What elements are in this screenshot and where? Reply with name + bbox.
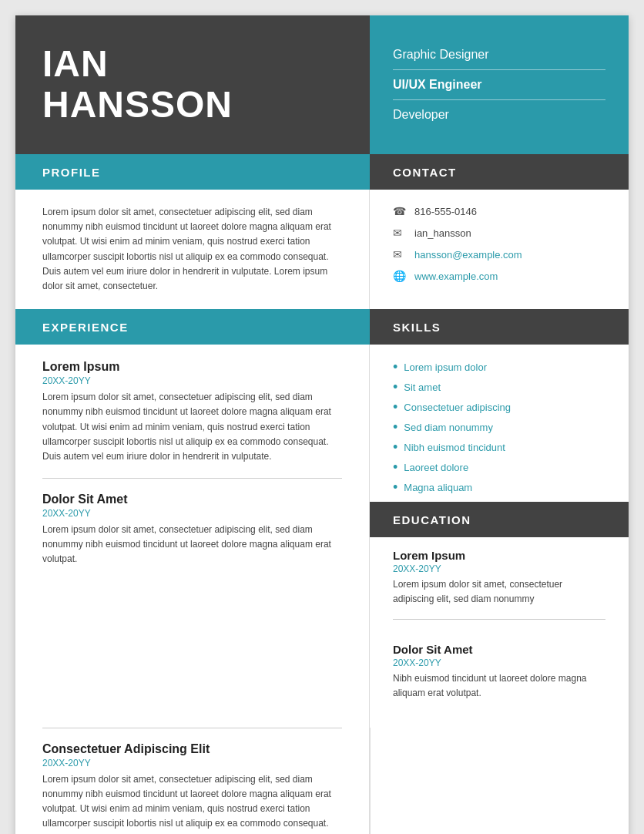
experience-skills-content: Lorem Ipsum 20XX-20YY Lorem ipsum dolor … (15, 345, 629, 728)
exp-desc-1: Lorem ipsum dolor sit amet, consectetuer… (42, 390, 342, 464)
education-header: EDUCATION (370, 502, 629, 537)
education-section-title: EDUCATION (393, 513, 471, 526)
skills-content: Lorem ipsum dolor Sit amet Consectetuer … (370, 345, 629, 728)
title-2: UI/UX Engineer (393, 78, 605, 92)
globe-icon: 🌐 (393, 270, 407, 282)
full-name: IAN HANSSON (42, 44, 233, 126)
edu-date-2: 20XX-20YY (393, 657, 605, 668)
skill-item-5: Nibh euismod tincidunt (393, 440, 605, 454)
edu-title-2: Dolor Sit Amet (393, 643, 605, 656)
contact-email: ✉ hansson@example.com (393, 248, 605, 261)
header-titles-area: Graphic Designer UI/UX Engineer Develope… (370, 15, 629, 154)
first-name: IAN (42, 43, 109, 84)
skills-list: Lorem ipsum dolor Sit amet Consectetuer … (393, 360, 605, 494)
exp-desc-2: Lorem ipsum dolor sit amet, consectetuer… (42, 523, 342, 567)
title-3: Developer (393, 108, 605, 122)
title-1: Graphic Designer (393, 48, 605, 62)
contact-section-title: CONTACT (393, 166, 457, 179)
skills-section-title: SKILLS (393, 321, 441, 334)
skill-item-4: Sed diam nonummy (393, 420, 605, 434)
experience-section-title: EXPERIENCE (42, 321, 129, 334)
experience-item-3: Consectetuer Adipiscing Elit 20XX-20YY L… (42, 728, 342, 834)
edu-desc-1: Lorem ipsum dolor sit amet, consectetuer… (393, 577, 605, 607)
header-name-area: IAN HANSSON (15, 15, 370, 154)
skills-header: SKILLS (370, 309, 629, 345)
skill-item-3: Consectetuer adipiscing (393, 400, 605, 414)
resume-document: IAN HANSSON Graphic Designer UI/UX Engin… (15, 15, 629, 834)
exp-desc-3: Lorem ipsum dolor sit amet, consectetuer… (42, 772, 342, 834)
chat-icon: ✉ (393, 227, 407, 239)
profile-section-title: PROFILE (42, 166, 101, 179)
edu-date-1: 20XX-20YY (393, 563, 605, 574)
exp-title-2: Dolor Sit Amet (42, 493, 342, 506)
exp-date-3: 20XX-20YY (42, 758, 342, 768)
experience-item-2: Dolor Sit Amet 20XX-20YY Lorem ipsum dol… (42, 493, 342, 567)
experience-header: EXPERIENCE (15, 309, 370, 345)
contact-website: 🌐 www.example.com (393, 270, 605, 282)
profile-contact-content: Lorem ipsum dolor sit amet, consectetuer… (15, 190, 629, 309)
experience-content: Lorem Ipsum 20XX-20YY Lorem ipsum dolor … (15, 345, 370, 728)
edu-desc-2: Nibh euismod tincidunt ut laoreet dolore… (393, 671, 605, 701)
experience-skills-headers: EXPERIENCE SKILLS (15, 309, 629, 345)
skill-item-1: Lorem ipsum dolor (393, 360, 605, 374)
exp-date-2: 20XX-20YY (42, 508, 342, 519)
exp-title-3: Consectetuer Adipiscing Elit (42, 742, 342, 756)
profile-content: Lorem ipsum dolor sit amet, consectetuer… (15, 190, 370, 309)
website-url[interactable]: www.example.com (414, 271, 498, 282)
title-divider-2 (393, 99, 605, 100)
experience-item-1: Lorem Ipsum 20XX-20YY Lorem ipsum dolor … (42, 360, 342, 479)
bottom-row: Consectetuer Adipiscing Elit 20XX-20YY L… (15, 728, 629, 834)
exp-date-1: 20XX-20YY (42, 375, 342, 386)
edu-title-1: Lorem Ipsum (393, 549, 605, 562)
contact-content: ☎ 816-555-0146 ✉ ian_hansson ✉ hansson@e… (370, 190, 629, 309)
skill-item-7: Magna aliquam (393, 480, 605, 494)
header-section: IAN HANSSON Graphic Designer UI/UX Engin… (15, 15, 629, 154)
experience-item-3-area: Consectetuer Adipiscing Elit 20XX-20YY L… (15, 728, 370, 834)
contact-header: CONTACT (370, 154, 629, 190)
title-divider-1 (393, 69, 605, 70)
skill-item-6: Laoreet dolore (393, 460, 605, 474)
profile-header: PROFILE (15, 154, 370, 190)
phone-number: 816-555-0146 (414, 206, 477, 217)
exp-title-1: Lorem Ipsum (42, 360, 342, 374)
education-item-2: Dolor Sit Amet 20XX-20YY Nibh euismod ti… (393, 631, 605, 701)
profile-contact-headers: PROFILE CONTACT (15, 154, 629, 190)
email-address[interactable]: hansson@example.com (414, 249, 522, 261)
education-content: Lorem Ipsum 20XX-20YY Lorem ipsum dolor … (393, 537, 605, 701)
education-item-1: Lorem Ipsum 20XX-20YY Lorem ipsum dolor … (393, 537, 605, 619)
contact-username: ✉ ian_hansson (393, 227, 605, 239)
username-text: ian_hansson (414, 227, 471, 239)
email-icon: ✉ (393, 248, 407, 261)
skill-item-2: Sit amet (393, 380, 605, 394)
last-name: HANSSON (42, 84, 233, 125)
bottom-right-spacer (370, 728, 629, 834)
profile-text: Lorem ipsum dolor sit amet, consectetuer… (42, 205, 342, 294)
contact-phone: ☎ 816-555-0146 (393, 205, 605, 217)
phone-icon: ☎ (393, 205, 407, 217)
